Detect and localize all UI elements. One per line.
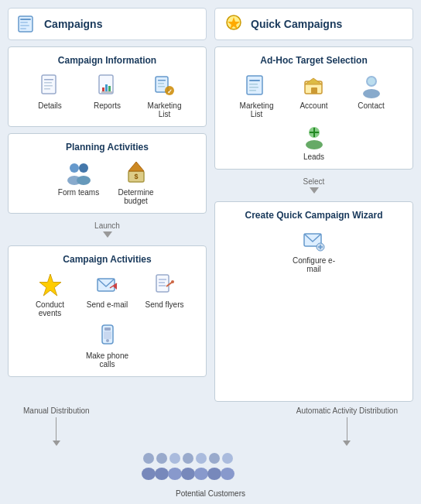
campaign-activities-title: Campaign Activities [16, 254, 198, 265]
auto-distribution: Automatic Activity Distribution [296, 406, 398, 446]
svg-point-67 [169, 453, 180, 464]
svg-rect-45 [249, 80, 260, 81]
conduct-events-item[interactable]: Conduct events [27, 271, 74, 317]
marketing-list-label: Marketing List [142, 101, 188, 118]
make-phone-calls-item[interactable]: Make phone calls [84, 322, 131, 369]
svg-marker-26 [128, 162, 144, 171]
planning-activities-title: Planning Activities [16, 142, 198, 153]
svg-rect-41 [104, 331, 111, 339]
svg-point-72 [194, 468, 208, 480]
send-email-label: Send e-mail [87, 300, 128, 309]
svg-point-22 [79, 163, 88, 173]
reports-icon [94, 72, 122, 100]
svg-rect-46 [249, 84, 258, 85]
svg-point-74 [207, 468, 221, 480]
svg-point-54 [368, 77, 375, 85]
auto-distribution-label: Automatic Activity Distribution [296, 406, 398, 415]
make-phone-calls-label: Make phone calls [84, 351, 131, 369]
conduct-events-icon [36, 271, 64, 299]
planning-activities-grid: Form teams $ Determine budget [16, 159, 198, 205]
manual-distribution: Manual Distribution [23, 406, 90, 446]
svg-rect-5 [42, 75, 56, 94]
svg-rect-13 [108, 86, 111, 91]
select-label: Select [303, 177, 325, 186]
send-flyers-item[interactable]: Send flyers [142, 271, 188, 317]
send-email-item[interactable]: Send e-mail [84, 271, 131, 317]
conduct-events-label: Conduct events [27, 300, 74, 317]
top-section: Campaigns Campaign Information [0, 0, 421, 402]
people-icon [133, 449, 288, 488]
campaign-info-box: Campaign Information [8, 46, 207, 127]
svg-point-56 [306, 140, 323, 149]
svg-rect-4 [20, 28, 26, 29]
svg-rect-44 [247, 76, 262, 94]
adhoc-marketing-list-label: Marketing List [234, 101, 280, 118]
quick-campaigns-header: Quick Campaigns [214, 8, 413, 40]
bottom-section: Manual Distribution Automatic Activity D… [0, 402, 421, 504]
make-phone-calls-icon [94, 322, 122, 350]
svg-rect-16 [158, 80, 166, 81]
configure-email-item[interactable]: Configure e-mail [291, 227, 337, 273]
svg-rect-18 [158, 86, 165, 87]
launch-arrow: Launch [8, 220, 207, 239]
determine-budget-item[interactable]: $ Determine budget [113, 159, 159, 205]
bottom-arrows: Manual Distribution Automatic Activity D… [8, 406, 413, 446]
svg-point-24 [77, 176, 91, 185]
configure-email-label: Configure e-mail [291, 256, 337, 273]
svg-point-66 [155, 468, 169, 480]
adhoc-marketing-list-icon [243, 72, 271, 100]
select-arrow: Select [214, 176, 413, 195]
campaign-activities-grid: Conduct events Send e-mail [16, 271, 198, 369]
svg-rect-32 [156, 275, 169, 292]
svg-rect-3 [20, 25, 29, 26]
leads-label: Leads [303, 153, 324, 161]
account-item[interactable]: Account [291, 72, 337, 118]
form-teams-item[interactable]: Form teams [56, 159, 102, 205]
svg-point-76 [221, 468, 234, 480]
svg-rect-8 [44, 85, 53, 87]
campaigns-header-icon [16, 13, 38, 35]
campaign-activities-box: Campaign Activities Conduct events [8, 245, 207, 377]
wizard-box: Create Quick Campaign Wizard [214, 201, 413, 402]
svg-point-37 [171, 280, 174, 283]
svg-text:$: $ [134, 173, 138, 180]
adhoc-box: Ad-Hoc Target Selection [214, 46, 413, 170]
svg-rect-17 [158, 83, 164, 84]
send-flyers-label: Send flyers [145, 300, 183, 309]
campaign-info-title: Campaign Information [16, 55, 198, 66]
contact-item[interactable]: Contact [348, 72, 395, 118]
details-item[interactable]: Details [27, 72, 74, 118]
details-icon [36, 72, 64, 100]
adhoc-marketing-list-item[interactable]: Marketing List [234, 72, 280, 118]
svg-point-71 [196, 453, 207, 464]
manual-distribution-label: Manual Distribution [23, 406, 90, 415]
svg-text:✓: ✓ [166, 88, 172, 95]
reports-item[interactable]: Reports [84, 72, 131, 118]
svg-point-40 [106, 339, 109, 342]
form-teams-icon [65, 159, 93, 187]
marketing-list-item[interactable]: ✓ Marketing List [142, 72, 188, 118]
wizard-title: Create Quick Campaign Wizard [223, 210, 405, 221]
reports-label: Reports [94, 101, 121, 110]
adhoc-grid: Marketing List Account [223, 72, 405, 161]
marketing-list-icon: ✓ [151, 72, 179, 100]
contact-label: Contact [358, 101, 384, 110]
left-column: Campaigns Campaign Information [8, 8, 207, 402]
svg-rect-39 [104, 327, 111, 331]
leads-icon [300, 123, 328, 151]
manual-arrow-line [56, 417, 56, 441]
manual-arrow-down [53, 441, 60, 446]
auto-arrow-down [343, 441, 351, 446]
people-group [133, 449, 288, 488]
svg-point-64 [142, 468, 156, 480]
launch-label: Launch [94, 221, 120, 230]
configure-email-icon [300, 227, 328, 255]
leads-item[interactable]: Leads [291, 123, 337, 161]
main-container: Campaigns Campaign Information [0, 0, 421, 504]
svg-rect-11 [102, 87, 104, 91]
svg-rect-1 [20, 19, 31, 20]
right-column: Quick Campaigns Ad-Hoc Target Selection [214, 8, 413, 402]
svg-point-68 [168, 468, 182, 480]
determine-budget-icon: $ [122, 159, 150, 187]
svg-rect-47 [249, 87, 258, 88]
